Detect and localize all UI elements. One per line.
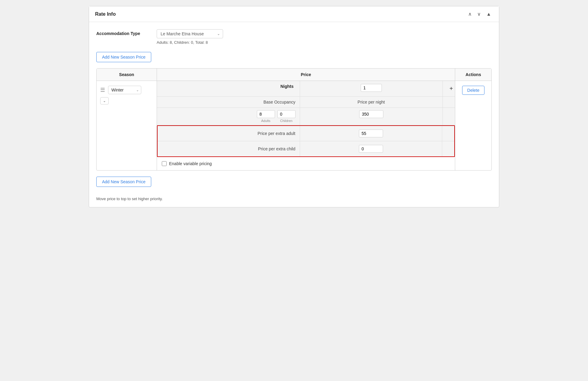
table-row: ☰ Winter Spring Summer Autumn ⌄: [97, 81, 491, 170]
base-occ-label-cell: Base Occupancy: [157, 97, 300, 107]
adults-input-wrap: Adults: [257, 110, 275, 123]
col-header-price: Price: [157, 69, 455, 81]
accommodation-row: Accommodation Type Le Marche Etna House …: [96, 29, 492, 45]
price-extra-adult-input[interactable]: [359, 130, 383, 137]
nights-input-header: 1: [300, 81, 443, 97]
price-extra-child-empty: [442, 141, 454, 156]
price-per-night-label-cell: Price per night: [300, 97, 443, 107]
price-extra-child-row: Price per extra child: [158, 141, 454, 156]
adults-sublabel: Adults: [261, 119, 270, 123]
panel-body: Accommodation Type Le Marche Etna House …: [89, 22, 499, 207]
plus-header-cell: +: [443, 81, 455, 97]
add-nights-column-button[interactable]: +: [447, 84, 455, 93]
price-extra-adult-row: Price per extra adult: [158, 126, 454, 141]
price-extra-adult-input-cell: [300, 126, 443, 141]
price-extra-child-input-cell: [300, 141, 443, 156]
nights-header: Nights: [157, 81, 300, 97]
expand-season-button[interactable]: ⌄: [100, 97, 109, 104]
actions-cell: Delete: [455, 81, 491, 170]
season-dropdown-container: Winter Spring Summer Autumn ⌄: [108, 86, 141, 94]
accommodation-label: Accommodation Type: [96, 29, 151, 36]
children-input-wrap: Children: [277, 110, 296, 123]
season-cell: ☰ Winter Spring Summer Autumn ⌄: [97, 81, 157, 170]
collapse-down-button[interactable]: ∨: [475, 11, 483, 18]
adults-children-empty-cell: [443, 108, 455, 125]
adults-input[interactable]: [257, 110, 275, 118]
price-extra-child-input[interactable]: [359, 145, 383, 153]
base-occ-empty-cell: [443, 97, 455, 107]
move-price-note: Move price to top to set higher priority…: [96, 197, 492, 201]
col-header-season: Season: [97, 69, 157, 81]
header-controls: ∧ ∨ ▲: [466, 11, 493, 18]
variable-pricing-label: Enable variable pricing: [169, 161, 212, 166]
nights-input[interactable]: 1: [361, 84, 382, 92]
rate-info-panel: Rate Info ∧ ∨ ▲ Accommodation Type Le Ma…: [89, 6, 499, 207]
price-extra-child-label: Price per extra child: [258, 146, 296, 151]
price-extra-adult-empty: [442, 126, 454, 141]
collapse-up-button[interactable]: ∧: [466, 11, 474, 18]
season-cell-top: ☰ Winter Spring Summer Autumn ⌄: [100, 86, 153, 94]
price-grid-header: Nights 1 +: [157, 81, 455, 97]
extra-pricing-section: Price per extra adult Price per e: [157, 125, 455, 157]
accommodation-type-select[interactable]: Le Marche Etna House: [157, 29, 223, 38]
season-select[interactable]: Winter Spring Summer Autumn: [108, 86, 141, 94]
variable-pricing-row: Enable variable pricing: [157, 157, 455, 170]
delete-button[interactable]: Delete: [462, 86, 484, 95]
price-cell: Nights 1 + Base Occupancy: [157, 81, 455, 170]
price-per-night-input[interactable]: [359, 110, 383, 118]
accommodation-dropdown-container: Le Marche Etna House ⌄: [157, 29, 223, 38]
season-table: Season Price Actions ☰ Winter: [96, 68, 492, 171]
collapse-toggle-button[interactable]: ▲: [484, 11, 493, 18]
accommodation-sub-text: Adults: 8, Children: 0, Total: 8: [157, 40, 223, 45]
panel-title: Rate Info: [95, 11, 116, 17]
panel-header: Rate Info ∧ ∨ ▲: [89, 6, 499, 22]
base-occupancy-label: Base Occupancy: [264, 100, 296, 104]
price-extra-adult-label-cell: Price per extra adult: [158, 126, 300, 141]
drag-handle-icon[interactable]: ☰: [100, 87, 105, 93]
variable-pricing-checkbox[interactable]: [162, 161, 167, 166]
add-season-price-button-top[interactable]: Add New Season Price: [96, 52, 151, 62]
children-sublabel: Children: [280, 119, 292, 123]
adults-children-inputs-cell: Adults Children: [157, 108, 300, 125]
accommodation-dropdown-wrap: Le Marche Etna House ⌄ Adults: 8, Childr…: [157, 29, 223, 45]
adults-children-row: Adults Children: [157, 108, 455, 125]
base-occupancy-label-row: Base Occupancy Price per night: [157, 97, 455, 108]
price-per-night-input-cell: [300, 108, 443, 125]
price-extra-child-label-cell: Price per extra child: [158, 141, 300, 156]
children-input[interactable]: [277, 110, 296, 118]
col-header-actions: Actions: [455, 69, 491, 81]
price-extra-adult-label: Price per extra adult: [257, 131, 295, 136]
price-per-night-label: Price per night: [358, 100, 385, 104]
add-season-price-button-bottom[interactable]: Add New Season Price: [96, 177, 151, 187]
